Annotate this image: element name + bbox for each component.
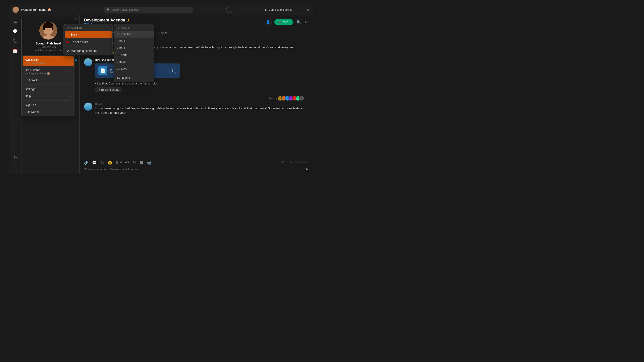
message-content: 10 AM I know we're on tight schedules, a… xyxy=(95,103,308,115)
emoji-icon[interactable]: 😊 xyxy=(108,161,112,165)
busy-submenu: Set busy for 30 minutes 1 hour 2 hour 12… xyxy=(114,24,154,82)
forward-arrow[interactable]: › xyxy=(66,7,69,12)
username-label: Working from home xyxy=(21,8,46,11)
svg-point-2 xyxy=(44,22,53,28)
settings-menu-item[interactable]: Settings xyxy=(22,86,75,92)
chevron-right-icon: › xyxy=(71,70,72,73)
back-arrow[interactable]: ‹ xyxy=(61,7,64,12)
manage-quiet-hours-item[interactable]: ⚙ Manage quiet hours xyxy=(64,47,112,54)
svg-rect-4 xyxy=(52,25,53,30)
help-menu-item[interactable]: Help › xyxy=(22,92,75,99)
search-placeholder: Search, meet, and call xyxy=(112,8,138,11)
attach-icon[interactable]: 🔗 xyxy=(84,161,88,165)
profile-menu: Availability Busy until tomorrow,... › S… xyxy=(22,55,75,116)
set-status-menu-item[interactable]: Set a status Working from home 🏠 › xyxy=(22,67,75,77)
message-time: 10 AM xyxy=(95,103,102,105)
reply-to-thread-button[interactable]: ↩ Reply to thread xyxy=(95,87,122,92)
chevron-right-icon: › xyxy=(109,40,110,43)
busy-availability-item[interactable]: Busy › xyxy=(64,31,112,38)
avatar xyxy=(84,58,92,66)
busy-submenu-header: Set busy for xyxy=(114,25,154,31)
sidebar-menu-icon[interactable]: ☰ xyxy=(11,17,20,26)
connect-device-button[interactable]: ⊡ Connect to a device xyxy=(264,7,294,12)
avatar xyxy=(84,103,92,111)
sidebar-calls-icon[interactable]: 📞 xyxy=(11,37,20,45)
gif-icon[interactable]: GIF xyxy=(116,161,122,165)
availability-submenu-header: Set availability xyxy=(64,25,112,31)
search-chat-icon[interactable]: 🔍 xyxy=(296,19,302,25)
file-icon: 📄 xyxy=(98,66,107,75)
nav-arrows: ‹ › xyxy=(61,7,69,12)
window-controls: – □ ✕ xyxy=(298,8,310,12)
set-a-time-item[interactable]: Set a time xyxy=(114,74,154,81)
send-button[interactable]: ➤ xyxy=(305,167,308,172)
availability-menu-item[interactable]: Availability Busy until tomorrow,... › xyxy=(23,56,74,66)
message-sender: Clarissa Smith xyxy=(95,58,115,62)
dnd-dot xyxy=(66,41,69,43)
sidebar: ☰ 💬 📞 📅 ⚙ ? xyxy=(9,15,22,174)
chevron-right-icon: › xyxy=(109,33,110,36)
notification-dot xyxy=(75,59,77,61)
connect-icon: ⊡ xyxy=(265,8,268,11)
download-button[interactable]: ⬇ xyxy=(169,67,176,74)
add-people-icon[interactable]: 👤 xyxy=(264,18,272,26)
maximize-button[interactable]: □ xyxy=(302,8,304,12)
message-input-field[interactable]: Write a message to Development Agenda xyxy=(84,168,302,171)
star-icon[interactable]: ★ xyxy=(127,18,130,22)
input-toolbar: 🔗 💬 T↕ 😊 GIF 🏷 @ 🖼 📹 Shift + Enter for a… xyxy=(84,161,308,165)
title-bar-name: Working from home 🏠 xyxy=(21,8,51,11)
add-button[interactable]: + xyxy=(226,7,232,13)
chat-title: Development Agenda ★ xyxy=(84,18,264,22)
connect-device-label: Connect to a device xyxy=(269,8,292,11)
busy-7-days-item[interactable]: 7 days xyxy=(114,58,154,65)
svg-rect-3 xyxy=(44,25,45,30)
message-text: I know we're on tight schedules, and eve… xyxy=(95,106,308,115)
busy-1-hour-item[interactable]: 1 hour xyxy=(114,37,154,44)
dnd-availability-item[interactable]: Do not disturb › xyxy=(64,38,112,45)
search-bar[interactable]: 🔍 Search, meet, and call xyxy=(104,7,193,13)
mention-icon[interactable]: @ xyxy=(132,161,136,165)
chevron-right-icon: › xyxy=(71,110,72,113)
input-hint: Shift + Enter for a new line xyxy=(280,161,308,165)
tab-add-apps[interactable]: + Apps xyxy=(156,29,170,37)
minimize-button[interactable]: – xyxy=(298,8,300,12)
sidebar-help-icon[interactable]: ? xyxy=(11,163,20,172)
busy-dot xyxy=(66,33,69,36)
seen-by-label: Seen by xyxy=(268,97,277,100)
seen-more-count: +2 xyxy=(299,96,304,101)
sidebar-settings-icon[interactable]: ⚙ xyxy=(11,153,20,162)
chevron-right-icon: › xyxy=(71,60,72,63)
title-bar: Working from home 🏠 ‹ › 🔍 Search, meet, … xyxy=(9,4,313,15)
settings-chat-icon[interactable]: ⚙ xyxy=(304,19,308,25)
message-input: Write a message to Development Agenda ➤ xyxy=(84,167,308,172)
exit-webex-menu-item[interactable]: Exit Webex › xyxy=(22,108,75,115)
message-group: +1 to that. Can't wait to see what the f… xyxy=(84,81,308,92)
format-icon[interactable]: T↕ xyxy=(100,161,104,165)
sidebar-calendar-icon[interactable]: 📅 xyxy=(11,46,20,55)
video-icon[interactable]: 📹 xyxy=(147,161,152,165)
profile-avatar xyxy=(39,22,57,39)
search-icon: 🔍 xyxy=(106,8,110,11)
message-group: 10 AM I know we're on tight schedules, a… xyxy=(84,103,308,115)
busy-14-days-item[interactable]: 14 days xyxy=(114,65,154,72)
sign-out-menu-item[interactable]: Sign Out xyxy=(22,101,75,108)
meet-button[interactable]: 📹 Meet xyxy=(274,19,293,25)
sidebar-messages-icon[interactable]: 💬 xyxy=(11,27,20,36)
chevron-right-icon: › xyxy=(71,94,72,98)
seen-avatars: +2 xyxy=(279,96,304,101)
user-avatar-small[interactable] xyxy=(12,7,19,13)
close-button[interactable]: ✕ xyxy=(307,8,310,12)
message-input-area: 🔗 💬 T↕ 😊 GIF 🏷 @ 🖼 📹 Shift + Enter for a… xyxy=(80,158,313,174)
busy-12-hour-item[interactable]: 12 hour xyxy=(114,51,154,58)
seen-by-section: Seen by +2 xyxy=(84,96,308,101)
app-window: Working from home 🏠 ‹ › 🔍 Search, meet, … xyxy=(9,4,313,174)
wfh-icon: 🏠 xyxy=(48,8,51,11)
image-icon[interactable]: 🖼 xyxy=(140,161,143,165)
busy-30-minutes-item[interactable]: 30 minutes xyxy=(114,31,154,37)
sticker-icon[interactable]: 🏷 xyxy=(125,161,129,165)
title-bar-left: Working from home 🏠 xyxy=(12,7,57,13)
chat-header-actions: 👤 📹 Meet xyxy=(264,18,293,26)
thread-icon[interactable]: 💬 xyxy=(92,161,96,165)
edit-profile-menu-item[interactable]: Edit profile xyxy=(22,77,75,84)
busy-2-hour-item[interactable]: 2 hour xyxy=(114,44,154,51)
